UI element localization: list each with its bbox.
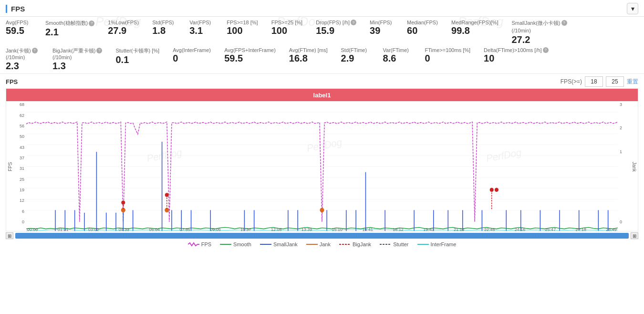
- stat-label: Avg(FPS+InterFrame): [224, 47, 276, 53]
- stat-value: 0: [173, 53, 211, 64]
- stat-avg-interframe: Avg(InterFrame) 0: [173, 47, 211, 64]
- info-icon[interactable]: ?: [96, 48, 102, 53]
- legend-item-bigjank: BigJank: [339, 241, 371, 247]
- y-axis-right: 3210: [618, 101, 631, 231]
- legend-item-fps: FPS: [188, 241, 211, 247]
- stat-label: Jank(卡顿) ? (/10min): [6, 47, 39, 61]
- stat-label: Avg(FTime) [ms]: [289, 47, 328, 53]
- svg-point-50: [320, 208, 324, 212]
- fps-threshold-label: FPS(>=): [561, 78, 582, 85]
- info-icon[interactable]: ?: [89, 21, 94, 26]
- stat-value: 60: [407, 25, 438, 36]
- stat-value: 10: [484, 53, 549, 64]
- stat-value: 100: [227, 25, 258, 36]
- stat-stutter: Stutter(卡顿率) [%] 0.1: [115, 47, 159, 65]
- stat-value: 27.2: [511, 34, 567, 45]
- stat-fps18: FPS>=18 [%] 100: [227, 20, 258, 36]
- stats-row-1: Avg(FPS) 59.5 Smooth(稳帧指数) ? 2.1 1%Low(F…: [0, 17, 644, 46]
- stat-jank: Jank(卡顿) ? (/10min) 2.3: [6, 47, 39, 72]
- header-title: FPS: [6, 5, 25, 13]
- stat-label: Drop(FPS) [/h] ?: [316, 20, 356, 25]
- jank-y-label: Jank: [631, 101, 637, 231]
- svg-point-57: [495, 188, 499, 192]
- stat-label: SmallJank(微小卡顿) ? (/10min): [511, 20, 567, 34]
- legend-item-smalljank: SmallJank: [260, 241, 298, 247]
- stat-smooth: Smooth(稳帧指数) ? 2.1: [45, 20, 94, 38]
- stat-medrange: MedRange(FPS)[%] 99.8: [451, 20, 498, 36]
- stat-bigjank: BigJank(严重卡顿) ? (/10min) 1.3: [52, 47, 102, 72]
- svg-point-56: [490, 188, 494, 192]
- svg-text:PerfDog: PerfDog: [485, 147, 522, 164]
- fps-threshold-18-input[interactable]: [585, 76, 603, 87]
- stat-value: 16.8: [289, 53, 328, 64]
- svg-text:PerfDog: PerfDog: [146, 147, 183, 164]
- stat-label: 1%Low(FPS): [108, 20, 139, 25]
- stat-label: Avg(FPS): [6, 20, 32, 25]
- label1-bar: label1: [6, 89, 638, 101]
- stat-value: 100: [271, 25, 302, 36]
- stat-value: 3.1: [189, 25, 213, 36]
- stat-value: 59.5: [6, 25, 32, 36]
- stat-value: 99.8: [451, 25, 498, 36]
- chart-container: label1 FPS 6862565043373125191260: [6, 88, 638, 231]
- legend: FPS Smooth SmallJank Jank BigJank Stutte…: [0, 240, 644, 249]
- chart-header: FPS FPS(>=) 重置: [0, 75, 644, 88]
- fps-y-label: FPS: [7, 101, 13, 231]
- stat-label: Delta(FTime)>100ms [/h] ?: [484, 47, 549, 53]
- divider: [0, 73, 644, 74]
- stat-label: Var(FPS): [189, 20, 213, 25]
- stat-std-ftime: Std(FTime) 2.9: [341, 47, 370, 64]
- stat-value: 27.9: [108, 25, 139, 36]
- stat-value: 59.5: [224, 53, 276, 64]
- legend-item-jank: Jank: [306, 241, 331, 247]
- scroll-right-button[interactable]: ⊞: [631, 232, 638, 239]
- stat-avg-fps-interframe: Avg(FPS+InterFrame) 59.5: [224, 47, 276, 64]
- scroll-left-button[interactable]: ⊞: [6, 232, 13, 239]
- stat-avg-ftime: Avg(FTime) [ms] 16.8: [289, 47, 328, 64]
- stat-median: Median(FPS) 60: [407, 20, 438, 36]
- stat-avg-fps: Avg(FPS) 59.5: [6, 20, 32, 36]
- stat-drop: Drop(FPS) [/h] ? 15.9: [316, 20, 356, 36]
- stat-value: 2.9: [341, 53, 370, 64]
- scrollbar-track[interactable]: [15, 233, 629, 239]
- legend-item-smooth: Smooth: [220, 241, 251, 247]
- stat-1plow: 1%Low(FPS) 27.9: [108, 20, 139, 36]
- svg-point-54: [165, 193, 169, 197]
- stat-min: Min(FPS) 39: [370, 20, 394, 36]
- fps-controls: FPS(>=) 重置: [561, 76, 638, 87]
- stats-row-2: Jank(卡顿) ? (/10min) 2.3 BigJank(严重卡顿) ? …: [0, 46, 644, 74]
- stat-label: Smooth(稳帧指数) ?: [45, 20, 94, 27]
- fps-threshold-25-input[interactable]: [606, 76, 624, 87]
- svg-point-52: [121, 200, 125, 204]
- stat-std: Std(FPS) 1.8: [152, 20, 176, 36]
- stat-label: Median(FPS): [407, 20, 438, 25]
- stat-value: 0: [425, 53, 471, 64]
- y-axis-left: 6862565043373125191260: [13, 101, 26, 231]
- stat-value: 2.3: [6, 61, 39, 72]
- stat-ftime-100ms: FTime>=100ms [%] 0: [425, 47, 471, 64]
- stat-label: FPS>=25 [%]: [271, 20, 302, 25]
- legend-item-interframe: InterFrame: [417, 241, 457, 247]
- stat-label: Std(FPS): [152, 20, 176, 25]
- x-axis: 00:0001:3103:0204:3306:0407:3509:0610:37…: [26, 227, 618, 231]
- info-icon[interactable]: ?: [32, 48, 38, 53]
- stat-value: 2.1: [45, 27, 94, 38]
- stat-value: 8.6: [383, 53, 412, 64]
- stat-var-ftime: Var(FTime) 8.6: [383, 47, 412, 64]
- stat-label: Std(FTime): [341, 47, 370, 53]
- stat-label: Var(FTime): [383, 47, 412, 53]
- reset-button[interactable]: 重置: [627, 78, 638, 86]
- stat-value: 39: [370, 25, 394, 36]
- legend-item-stutter: Stutter: [380, 241, 408, 247]
- stat-label: FTime>=100ms [%]: [425, 47, 471, 53]
- info-icon[interactable]: ?: [543, 47, 549, 53]
- stat-value: 1.8: [152, 25, 176, 36]
- info-icon[interactable]: ?: [561, 20, 567, 26]
- stat-label: Min(FPS): [370, 20, 394, 25]
- info-icon[interactable]: ?: [351, 20, 356, 25]
- stat-label: FPS>=18 [%]: [227, 20, 258, 25]
- stat-value: 0.1: [115, 54, 159, 65]
- stat-label: Avg(InterFrame): [173, 47, 211, 53]
- dropdown-button[interactable]: ▾: [627, 3, 638, 14]
- stat-smalljank: SmallJank(微小卡顿) ? (/10min) 27.2: [511, 20, 567, 45]
